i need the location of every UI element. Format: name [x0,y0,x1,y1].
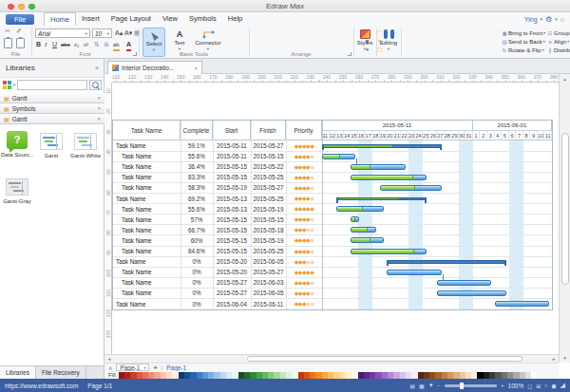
scroll-down-icon[interactable]: ▾ [560,353,570,363]
library-item-data-sourc[interactable]: ?Data Sourc... [0,128,34,174]
arrange-align[interactable]: ≡Align▾ [547,37,570,46]
underline-button[interactable]: U [52,40,57,49]
cut-icon[interactable]: ✂ [5,28,10,35]
task-bar[interactable] [351,249,427,254]
paste-special-icon[interactable] [16,38,25,48]
subscript-button[interactable]: x₂ [74,40,79,49]
library-section-gantt-2[interactable]: ▦Gantt× [0,114,104,124]
format-painter-icon[interactable]: ✐ [16,28,22,35]
page-tab-page-1[interactable]: Page-1 [166,364,186,371]
view-caret-icon[interactable]: ▼ [428,383,434,388]
view-grid-icon[interactable]: ▦ [419,383,425,389]
library-section-symbols-1[interactable]: ▦Symbols× [0,103,104,114]
increase-font-icon[interactable]: A▴ [115,28,123,38]
arrange-bring-to-front[interactable]: ▣Bring to Front▾ [502,28,547,37]
horizontal-scrollbar[interactable]: ◂ ▸ [104,354,559,363]
search-button[interactable] [89,80,102,90]
close-icon[interactable]: × [97,105,101,111]
library-item-gantt-gray[interactable]: Gantt-Gray [0,174,34,219]
arrange-dialog-launcher-icon[interactable] [348,52,352,56]
decrease-font-icon[interactable]: A▾ [124,28,132,38]
arrange-distribute[interactable]: ∥Distribute▾ [547,46,570,54]
zoom-slider[interactable] [445,384,497,387]
close-icon[interactable]: × [97,95,101,101]
italic-button[interactable]: I [45,40,47,49]
strikethrough-button[interactable]: abc [61,40,70,49]
collapse-icon[interactable]: ∧ [108,364,112,371]
horizontal-scroll-thumb[interactable] [247,356,522,362]
task-bar[interactable] [387,270,441,275]
library-picker-icon[interactable] [3,81,11,89]
caret-down-icon[interactable]: ▾ [13,83,15,87]
menu-tab-help[interactable]: Help [222,12,248,26]
arrange-group[interactable]: ⊡Group▾ [547,28,570,37]
task-bar[interactable] [495,301,549,307]
highlight-icon[interactable]: ab [113,40,120,51]
panel-tab-file-recovery[interactable]: File Recovery [36,366,86,379]
task-bar[interactable] [437,290,506,296]
zoom-in-icon[interactable]: + [501,383,504,388]
scroll-up-icon[interactable]: ▴ [560,74,570,84]
task-bar[interactable] [351,227,376,233]
font-color-icon[interactable]: A [126,40,131,51]
document-tab[interactable]: Interior Decoratio... × [107,61,202,74]
panel-tab-libraries[interactable]: Libraries [0,366,36,379]
summary-bar[interactable] [336,197,427,201]
font-family-select[interactable]: Arial▾ [35,28,90,38]
menu-tab-symbols[interactable]: Symbols [183,12,222,26]
gantt-chart[interactable]: Task NameCompleteStartFinishPriority2015… [112,120,553,310]
zoom-slider-thumb[interactable] [460,383,464,389]
task-bar[interactable] [351,175,427,180]
fit-page-icon[interactable]: ◻ [527,383,532,389]
bullet-list-icon[interactable]: ≣ [104,40,109,49]
menu-tab-page-layout[interactable]: Page Layout [105,12,157,26]
summary-bar[interactable] [322,144,442,148]
summary-bar[interactable] [387,260,506,264]
task-bar[interactable] [380,185,442,191]
arrange-rotate-flip[interactable]: ↻Rotate & Flip▾ [502,46,547,54]
magnifier-icon[interactable]: ⌕ [544,383,547,389]
menu-tab-view[interactable]: View [157,12,183,26]
menu-tab-home[interactable]: Home [44,12,76,26]
search-input[interactable] [17,80,87,90]
styles-button[interactable]: Styles ▾ [353,28,376,57]
font-dialog-launcher-icon[interactable] [133,52,137,56]
close-icon[interactable]: × [95,59,99,78]
page-selector[interactable]: Page-1 ▾ [116,364,149,371]
view-normal-icon[interactable]: ▤ [409,383,415,389]
fullscreen-icon[interactable]: ◼ [552,383,557,389]
zoom-level[interactable]: 100% [508,383,524,389]
editing-button[interactable]: Editing ▾ [377,28,400,57]
close-icon[interactable]: × [97,116,101,121]
drawing-canvas[interactable]: Task NameCompleteStartFinishPriority2015… [112,83,559,354]
zoom-out-icon[interactable]: − [438,383,442,388]
status-url[interactable]: https://www.edrawsoft.com [5,383,78,389]
arrange-send-to-back[interactable]: ▤Send to Back▾ [502,37,547,46]
fit-width-icon[interactable]: ⊞ [536,383,541,389]
paste-icon[interactable] [4,38,12,48]
line-spacing-icon[interactable]: ⇅ [94,40,100,49]
vertical-scrollbar[interactable]: ▴ ▾ [559,74,570,363]
user-name[interactable]: Ying [524,16,538,23]
task-bar[interactable] [322,154,355,159]
font-size-select[interactable]: 10▾ [92,28,112,38]
add-page-button[interactable]: + [153,364,157,371]
scroll-left-icon[interactable]: ◂ [104,355,114,363]
file-menu-button[interactable]: File [6,14,34,25]
library-item-gantt[interactable]: Gantt [34,128,68,174]
fill-swatch[interactable] [531,372,537,379]
gear-icon[interactable]: ⚙ [545,15,552,24]
library-section-gantt-0[interactable]: ▦Gantt× [0,93,104,103]
task-bar[interactable] [351,164,405,170]
task-bar[interactable] [336,206,384,212]
home-icon[interactable]: ⌂ [560,16,564,23]
task-bar[interactable] [351,216,359,222]
menu-tab-insert[interactable]: Insert [76,12,105,26]
superscript-button[interactable]: x² [84,40,88,49]
user-caret-icon[interactable]: ▾ [541,16,543,22]
scroll-right-icon[interactable]: ▸ [549,355,559,363]
vertical-scroll-thumb[interactable] [561,133,569,285]
library-item-gantt-white[interactable]: Gantt-White [68,128,103,174]
close-icon[interactable]: × [194,65,198,71]
gear-caret-icon[interactable]: ▾ [555,16,558,22]
